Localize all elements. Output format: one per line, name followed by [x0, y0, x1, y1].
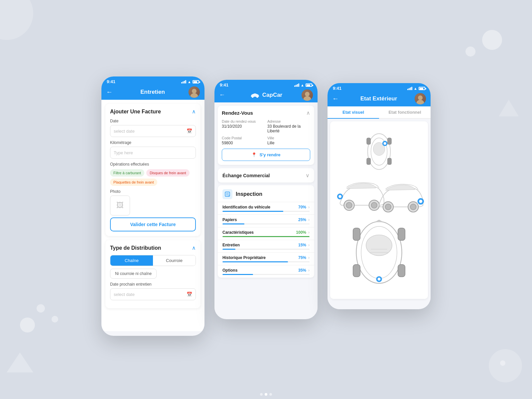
rv-city-label: Ville [267, 136, 310, 140]
validate-btn[interactable]: Valider cette Facture [110, 217, 196, 231]
facture-card: Ajouter Une Facture ∧ Date select date 📅… [105, 104, 200, 236]
signal-icon-3 [407, 87, 412, 90]
rv-address-block: Adresse 33 Boulevard de la Liberté [267, 119, 310, 133]
status-bar-2: 9:41 ▲ [214, 80, 318, 89]
time-3: 9:41 [333, 86, 341, 91]
battery-icon-2 [306, 83, 312, 87]
arrow-icon-1: › [308, 217, 310, 222]
km-placeholder: Type here [114, 150, 133, 155]
date-entretien-input[interactable]: select date 📅 [110, 288, 196, 300]
inspection-item-row-0: Identification du véhicule 70% › [222, 205, 310, 209]
inspection-item-pct-row-2: 100% › [296, 230, 310, 235]
car-diagram-svg [333, 125, 425, 296]
photo-upload-box[interactable]: 🖼 [110, 196, 130, 215]
avatar-1 [189, 86, 200, 98]
status-bar-3: 9:41 ▲ [328, 83, 431, 92]
inspection-item-3[interactable]: Entretien 15% › [218, 240, 314, 252]
phone2-content: Rendez-Vous ∧ Date du rendez-vous 31/10/… [214, 102, 318, 314]
signal-icon [181, 80, 186, 83]
inspection-icon [222, 189, 232, 199]
rv-date-label: Date du rendez-vous [222, 119, 265, 123]
photo-label: Photo [110, 189, 196, 194]
car-main-view [353, 220, 405, 283]
phones-wrapper: 9:41 ▲ ← Entretien Ajouter Une Facture [101, 63, 431, 336]
status-icons-3: ▲ [407, 86, 425, 90]
inspection-item-4[interactable]: Historique Propriétaire 75% › [218, 252, 314, 265]
distribution-card: Type de Distribution ∧ Chaîne Courroie N… [105, 240, 200, 308]
header-title-1: Entretien [115, 89, 190, 95]
tag-filtre[interactable]: Filtre à carburant [110, 169, 144, 177]
svg-point-20 [385, 204, 391, 210]
inspection-item-5[interactable]: Options 35% › [218, 265, 314, 278]
inspection-item-name-1: Papiers [222, 217, 237, 222]
inspection-item-pct-row-0: 70% › [298, 205, 310, 209]
tab-etat-fonctionnel[interactable]: Etat fonctionnel [379, 106, 431, 118]
rv-postal-label: Code Postal [222, 136, 265, 140]
echange-expand-btn[interactable]: ∨ [306, 172, 310, 179]
back-button-1[interactable]: ← [106, 88, 113, 96]
sy-rendre-btn[interactable]: 📍 S'y rendre [222, 149, 310, 161]
avatar-2 [302, 89, 313, 101]
inspection-title: Inspection [236, 191, 262, 197]
facture-collapse-btn[interactable]: ∧ [192, 108, 196, 115]
inspection-svg-icon [224, 191, 230, 197]
date-input[interactable]: select date 📅 [110, 125, 196, 137]
svg-point-16 [371, 202, 377, 208]
progress-fill-3 [222, 249, 235, 250]
rv-collapse-btn[interactable]: ∧ [306, 110, 310, 116]
header-title-3: Etat Extérieur [341, 95, 416, 102]
distribution-collapse-btn[interactable]: ∧ [192, 245, 196, 251]
date-label: Date [110, 119, 196, 123]
car-right-view [379, 184, 424, 212]
wifi-icon-3: ▲ [414, 86, 417, 90]
tags-container: Filtre à carburant Disques de frein avan… [110, 169, 196, 186]
rendez-vous-section: Rendez-Vous ∧ Date du rendez-vous 31/10/… [218, 106, 314, 165]
inspection-item-row-3: Entretien 15% › [222, 243, 310, 247]
tag-disques[interactable]: Disques de frein avant [146, 169, 189, 177]
capcar-header: ← CapCar [214, 89, 318, 102]
inspection-item-1[interactable]: Papiers 25% › [218, 214, 314, 227]
rv-city-value: Lille [267, 141, 310, 145]
inspection-item-pct-row-3: 15% › [298, 243, 310, 247]
toggle-chaine[interactable]: Chaîne [110, 255, 153, 266]
progress-bar-4 [222, 261, 310, 262]
status-icons-2: ▲ [294, 83, 312, 87]
time-1: 9:41 [107, 79, 115, 84]
km-input[interactable]: Type here [110, 147, 196, 159]
back-button-3[interactable]: ← [332, 95, 339, 102]
inspection-items: Identification du véhicule 70% › [218, 202, 314, 278]
progress-bar-1 [222, 223, 310, 224]
progress-bar-2 [222, 236, 310, 237]
capcar-logo-text: CapCar [262, 92, 282, 98]
calendar-icon: 📅 [187, 128, 192, 134]
car-left-view [337, 183, 384, 210]
tab-etat-visuel[interactable]: Etat visuel [328, 106, 379, 119]
toggle-courroie[interactable]: Courroie [153, 255, 196, 266]
car-diagram-container [328, 119, 431, 302]
progress-fill-2 [222, 236, 310, 237]
rv-address-value: 33 Boulevard de la Liberté [267, 124, 310, 133]
arrow-icon-5: › [308, 268, 310, 273]
inspection-item-pct-1: 25% [298, 217, 306, 222]
inspection-item-row-2: Caractéristiques 100% › [222, 230, 310, 235]
toggle-ni[interactable]: Ni courroie ni chaîne [110, 269, 157, 279]
inspection-item-0[interactable]: Identification du véhicule 70% › [218, 202, 314, 214]
tag-plaquettes[interactable]: Plaquettes de frein avant [110, 179, 157, 186]
back-button-2[interactable]: ← [219, 91, 225, 98]
car-diagram-card [330, 121, 428, 299]
svg-point-18 [338, 195, 341, 198]
rv-title: Rendez-Vous [222, 110, 253, 116]
svg-rect-8 [387, 138, 391, 145]
inspection-item-pct-4: 75% [298, 255, 306, 260]
wifi-icon: ▲ [188, 80, 191, 84]
status-bar-1: 9:41 ▲ [101, 76, 204, 85]
avatar-face-1 [189, 86, 200, 98]
inspection-item-2[interactable]: Caractéristiques 100% › [218, 227, 314, 240]
rv-postal-block: Code Postal 59800 [222, 136, 265, 145]
inspection-item-pct-0: 70% [298, 205, 306, 209]
inspection-section: Inspection Identification du véhicule 70… [218, 185, 314, 278]
rv-postal-value: 59800 [222, 141, 265, 145]
ops-label: Opérations effectuées [110, 162, 196, 167]
progress-bar-0 [222, 211, 310, 212]
rv-date-value: 31/10/2020 [222, 124, 265, 129]
